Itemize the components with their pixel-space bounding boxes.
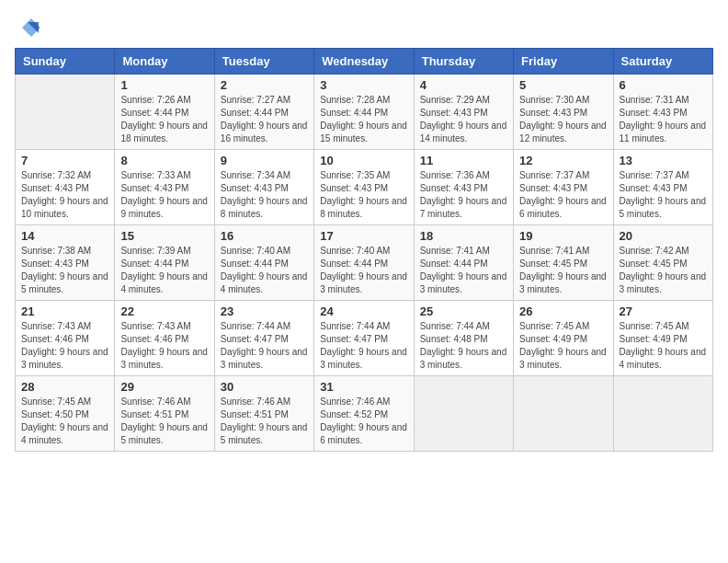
calendar-week-3: 14Sunrise: 7:38 AMSunset: 4:43 PMDayligh…: [16, 225, 713, 301]
calendar-cell: 24Sunrise: 7:44 AMSunset: 4:47 PMDayligh…: [314, 301, 414, 376]
header-day-thursday: Thursday: [414, 49, 513, 75]
day-number: 28: [21, 380, 108, 394]
day-number: 20: [620, 229, 707, 243]
day-info: Sunrise: 7:45 AMSunset: 4:49 PMDaylight:…: [620, 320, 707, 372]
day-info: Sunrise: 7:44 AMSunset: 4:47 PMDaylight:…: [221, 320, 308, 372]
day-number: 18: [420, 229, 507, 243]
day-info: Sunrise: 7:36 AMSunset: 4:43 PMDaylight:…: [420, 169, 507, 221]
day-number: 7: [21, 154, 108, 167]
day-info: Sunrise: 7:46 AMSunset: 4:51 PMDaylight:…: [221, 396, 308, 447]
calendar-cell: 29Sunrise: 7:46 AMSunset: 4:51 PMDayligh…: [115, 376, 214, 452]
header-day-tuesday: Tuesday: [214, 49, 313, 75]
day-info: Sunrise: 7:35 AMSunset: 4:43 PMDaylight:…: [320, 169, 407, 221]
day-number: 19: [519, 229, 607, 243]
day-info: Sunrise: 7:38 AMSunset: 4:43 PMDaylight:…: [21, 245, 108, 296]
calendar-cell: 1Sunrise: 7:26 AMSunset: 4:44 PMDaylight…: [115, 75, 214, 150]
calendar-cell: 26Sunrise: 7:45 AMSunset: 4:49 PMDayligh…: [514, 301, 613, 376]
day-number: 31: [320, 380, 407, 394]
calendar-cell: 28Sunrise: 7:45 AMSunset: 4:50 PMDayligh…: [16, 376, 115, 452]
day-info: Sunrise: 7:30 AMSunset: 4:43 PMDaylight:…: [519, 94, 607, 145]
day-info: Sunrise: 7:31 AMSunset: 4:43 PMDaylight:…: [620, 94, 707, 145]
calendar-cell: 23Sunrise: 7:44 AMSunset: 4:47 PMDayligh…: [214, 301, 313, 376]
day-info: Sunrise: 7:43 AMSunset: 4:46 PMDaylight:…: [120, 320, 208, 372]
calendar-cell: [16, 75, 115, 150]
day-info: Sunrise: 7:27 AMSunset: 4:44 PMDaylight:…: [221, 94, 308, 145]
day-info: Sunrise: 7:26 AMSunset: 4:44 PMDaylight:…: [120, 94, 208, 145]
header-day-friday: Friday: [514, 49, 613, 75]
day-number: 5: [519, 78, 607, 92]
day-info: Sunrise: 7:34 AMSunset: 4:43 PMDaylight:…: [221, 169, 308, 221]
calendar-cell: 20Sunrise: 7:42 AMSunset: 4:45 PMDayligh…: [613, 225, 712, 301]
calendar-week-1: 1Sunrise: 7:26 AMSunset: 4:44 PMDaylight…: [16, 75, 713, 150]
day-number: 23: [221, 304, 308, 318]
day-number: 12: [519, 154, 607, 167]
day-info: Sunrise: 7:45 AMSunset: 4:49 PMDaylight:…: [519, 320, 607, 372]
day-info: Sunrise: 7:29 AMSunset: 4:43 PMDaylight:…: [420, 94, 507, 145]
calendar-cell: 12Sunrise: 7:37 AMSunset: 4:43 PMDayligh…: [514, 150, 613, 225]
calendar-cell: 18Sunrise: 7:41 AMSunset: 4:44 PMDayligh…: [414, 225, 513, 301]
calendar-cell: 31Sunrise: 7:46 AMSunset: 4:52 PMDayligh…: [314, 376, 414, 452]
header-day-wednesday: Wednesday: [314, 49, 414, 75]
calendar-header-row: SundayMondayTuesdayWednesdayThursdayFrid…: [16, 49, 713, 75]
day-info: Sunrise: 7:39 AMSunset: 4:44 PMDaylight:…: [120, 245, 208, 296]
day-info: Sunrise: 7:28 AMSunset: 4:44 PMDaylight:…: [320, 94, 407, 145]
page-header: [15, 15, 713, 40]
calendar-cell: 7Sunrise: 7:32 AMSunset: 4:43 PMDaylight…: [16, 150, 115, 225]
calendar-cell: 19Sunrise: 7:41 AMSunset: 4:45 PMDayligh…: [514, 225, 613, 301]
calendar-cell: 17Sunrise: 7:40 AMSunset: 4:44 PMDayligh…: [314, 225, 414, 301]
calendar-cell: [514, 376, 613, 452]
calendar-cell: 27Sunrise: 7:45 AMSunset: 4:49 PMDayligh…: [613, 301, 712, 376]
calendar-cell: 13Sunrise: 7:37 AMSunset: 4:43 PMDayligh…: [613, 150, 712, 225]
day-info: Sunrise: 7:42 AMSunset: 4:45 PMDaylight:…: [620, 245, 707, 296]
calendar-cell: 11Sunrise: 7:36 AMSunset: 4:43 PMDayligh…: [414, 150, 513, 225]
calendar-cell: 16Sunrise: 7:40 AMSunset: 4:44 PMDayligh…: [214, 225, 313, 301]
calendar-cell: 21Sunrise: 7:43 AMSunset: 4:46 PMDayligh…: [16, 301, 115, 376]
calendar-cell: 5Sunrise: 7:30 AMSunset: 4:43 PMDaylight…: [514, 75, 613, 150]
day-number: 26: [519, 304, 607, 318]
header-day-monday: Monday: [115, 49, 214, 75]
calendar-cell: 8Sunrise: 7:33 AMSunset: 4:43 PMDaylight…: [115, 150, 214, 225]
calendar-cell: 22Sunrise: 7:43 AMSunset: 4:46 PMDayligh…: [115, 301, 214, 376]
day-number: 30: [221, 380, 308, 394]
day-number: 29: [120, 380, 208, 394]
calendar-cell: [414, 376, 513, 452]
day-info: Sunrise: 7:41 AMSunset: 4:45 PMDaylight:…: [519, 245, 607, 296]
day-number: 22: [120, 304, 208, 318]
calendar-table: SundayMondayTuesdayWednesdayThursdayFrid…: [15, 48, 713, 452]
calendar-cell: 2Sunrise: 7:27 AMSunset: 4:44 PMDaylight…: [214, 75, 313, 150]
day-info: Sunrise: 7:44 AMSunset: 4:48 PMDaylight:…: [420, 320, 507, 372]
calendar-cell: 3Sunrise: 7:28 AMSunset: 4:44 PMDaylight…: [314, 75, 414, 150]
logo-icon: [18, 15, 44, 40]
calendar-cell: 25Sunrise: 7:44 AMSunset: 4:48 PMDayligh…: [414, 301, 513, 376]
calendar-week-4: 21Sunrise: 7:43 AMSunset: 4:46 PMDayligh…: [16, 301, 713, 376]
day-number: 1: [120, 78, 208, 92]
day-number: 13: [620, 154, 707, 167]
day-number: 14: [21, 229, 108, 243]
day-number: 9: [221, 154, 308, 167]
header-day-sunday: Sunday: [16, 49, 115, 75]
day-number: 15: [120, 229, 208, 243]
calendar-cell: 4Sunrise: 7:29 AMSunset: 4:43 PMDaylight…: [414, 75, 513, 150]
day-number: 11: [420, 154, 507, 167]
day-number: 16: [221, 229, 308, 243]
header-day-saturday: Saturday: [613, 49, 712, 75]
day-number: 10: [320, 154, 407, 167]
day-info: Sunrise: 7:46 AMSunset: 4:51 PMDaylight:…: [120, 396, 208, 447]
day-info: Sunrise: 7:41 AMSunset: 4:44 PMDaylight:…: [420, 245, 507, 296]
calendar-cell: 9Sunrise: 7:34 AMSunset: 4:43 PMDaylight…: [214, 150, 313, 225]
day-number: 3: [320, 78, 407, 92]
day-info: Sunrise: 7:43 AMSunset: 4:46 PMDaylight:…: [21, 320, 108, 372]
calendar-week-5: 28Sunrise: 7:45 AMSunset: 4:50 PMDayligh…: [16, 376, 713, 452]
day-number: 25: [420, 304, 507, 318]
day-number: 6: [620, 78, 707, 92]
calendar-cell: 15Sunrise: 7:39 AMSunset: 4:44 PMDayligh…: [115, 225, 214, 301]
day-number: 8: [120, 154, 208, 167]
calendar-cell: 6Sunrise: 7:31 AMSunset: 4:43 PMDaylight…: [613, 75, 712, 150]
day-number: 24: [320, 304, 407, 318]
calendar-cell: 14Sunrise: 7:38 AMSunset: 4:43 PMDayligh…: [16, 225, 115, 301]
day-info: Sunrise: 7:33 AMSunset: 4:43 PMDaylight:…: [120, 169, 208, 221]
calendar-cell: 30Sunrise: 7:46 AMSunset: 4:51 PMDayligh…: [214, 376, 313, 452]
day-info: Sunrise: 7:37 AMSunset: 4:43 PMDaylight:…: [519, 169, 607, 221]
day-info: Sunrise: 7:45 AMSunset: 4:50 PMDaylight:…: [21, 396, 108, 447]
day-info: Sunrise: 7:44 AMSunset: 4:47 PMDaylight:…: [320, 320, 407, 372]
